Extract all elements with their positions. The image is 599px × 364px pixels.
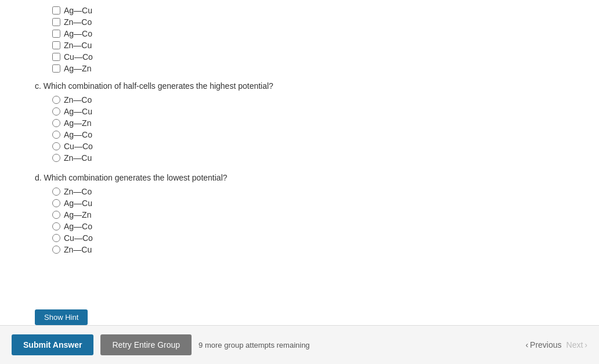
bottom-left: Submit Answer Retry Entire Group 9 more … <box>12 334 310 355</box>
qd-radio-cu-co[interactable] <box>52 234 60 242</box>
qc-label-zn-cu: Zn—Cu <box>64 153 92 163</box>
qd-radio-ag-zn[interactable] <box>52 211 60 219</box>
checkbox-item-ag-cu[interactable]: Ag—Cu <box>52 6 564 15</box>
qd-label-zn-co: Zn—Co <box>64 187 92 196</box>
qd-option-ag-cu[interactable]: Ag—Cu <box>52 199 564 208</box>
checkbox-ag-co[interactable] <box>52 30 60 38</box>
qc-option-ag-zn[interactable]: Ag—Zn <box>52 118 564 128</box>
qd-label-zn-cu: Zn—Cu <box>64 245 92 254</box>
checkbox-ag-cu-label: Ag—Cu <box>64 6 92 15</box>
qc-label-ag-cu: Ag—Cu <box>64 107 92 116</box>
previous-label: Previous <box>530 340 561 349</box>
submit-answer-button[interactable]: Submit Answer <box>12 334 93 355</box>
qc-option-cu-co[interactable]: Cu—Co <box>52 142 564 151</box>
checkbox-ag-zn-label: Ag—Zn <box>64 64 91 73</box>
qc-radio-ag-zn[interactable] <box>52 119 60 127</box>
checkbox-zn-cu[interactable] <box>52 41 60 49</box>
qc-label-cu-co: Cu—Co <box>64 142 93 151</box>
qd-label-cu-co: Cu—Co <box>64 233 93 243</box>
qd-radio-zn-cu[interactable] <box>52 246 60 254</box>
qc-radio-ag-co[interactable] <box>52 131 60 139</box>
qc-radio-ag-cu[interactable] <box>52 107 60 116</box>
qd-radio-ag-cu[interactable] <box>52 199 60 207</box>
qd-option-ag-co[interactable]: Ag—Co <box>52 222 564 231</box>
qc-radio-zn-cu[interactable] <box>52 154 60 162</box>
checkbox-zn-co[interactable] <box>52 18 60 26</box>
question-d-label: d. Which combination generates the lowes… <box>35 173 564 182</box>
qd-option-cu-co[interactable]: Cu—Co <box>52 233 564 243</box>
qc-label-ag-co: Ag—Co <box>64 130 92 139</box>
qd-radio-zn-co[interactable] <box>52 188 60 196</box>
qd-label-ag-cu: Ag—Cu <box>64 199 92 208</box>
checkbox-zn-cu-label: Zn—Cu <box>64 41 92 50</box>
checkbox-item-cu-co[interactable]: Cu—Co <box>52 52 564 62</box>
chevron-right-icon: › <box>584 340 587 349</box>
question-c-options: Zn—Co Ag—Cu Ag—Zn Ag—Co Cu—Co Zn—Cu <box>52 95 564 163</box>
checkbox-zn-co-label: Zn—Co <box>64 17 92 27</box>
question-c-section: c. Which combination of half-cells gener… <box>35 81 564 163</box>
checkbox-item-zn-cu[interactable]: Zn—Cu <box>52 41 564 50</box>
qd-option-ag-zn[interactable]: Ag—Zn <box>52 210 564 219</box>
next-label: Next <box>566 340 583 349</box>
checkbox-section: Ag—Cu Zn—Co Ag—Co Zn—Cu Cu—Co Ag—Zn <box>35 6 564 73</box>
checkbox-cu-co[interactable] <box>52 53 60 61</box>
qd-option-zn-co[interactable]: Zn—Co <box>52 187 564 196</box>
qc-option-zn-co[interactable]: Zn—Co <box>52 95 564 104</box>
qc-radio-zn-co[interactable] <box>52 96 60 104</box>
main-content: Ag—Cu Zn—Co Ag—Co Zn—Cu Cu—Co Ag—Zn <box>0 0 599 325</box>
chevron-left-icon: ‹ <box>525 340 528 349</box>
show-hint-button[interactable]: Show Hint <box>35 309 88 325</box>
bottom-bar: Submit Answer Retry Entire Group 9 more … <box>0 325 599 364</box>
checkbox-ag-cu[interactable] <box>52 6 60 15</box>
qc-radio-cu-co[interactable] <box>52 142 60 150</box>
checkbox-item-ag-co[interactable]: Ag—Co <box>52 29 564 38</box>
question-c-label: c. Which combination of half-cells gener… <box>35 81 564 91</box>
qc-option-zn-cu[interactable]: Zn—Cu <box>52 153 564 163</box>
qd-radio-ag-co[interactable] <box>52 222 60 230</box>
qd-label-ag-zn: Ag—Zn <box>64 210 91 219</box>
previous-button[interactable]: ‹ Previous <box>525 340 561 349</box>
qc-label-ag-zn: Ag—Zn <box>64 118 91 128</box>
question-d-options: Zn—Co Ag—Cu Ag—Zn Ag—Co Cu—Co Zn—Cu <box>52 187 564 254</box>
checkbox-ag-zn[interactable] <box>52 64 60 73</box>
checkbox-item-ag-zn[interactable]: Ag—Zn <box>52 64 564 73</box>
checkbox-cu-co-label: Cu—Co <box>64 52 93 62</box>
checkbox-options-list: Ag—Cu Zn—Co Ag—Co Zn—Cu Cu—Co Ag—Zn <box>52 6 564 73</box>
qc-option-ag-cu[interactable]: Ag—Cu <box>52 107 564 116</box>
checkbox-item-zn-co[interactable]: Zn—Co <box>52 17 564 27</box>
show-hint-bar: Show Hint <box>35 309 88 325</box>
qd-option-zn-cu[interactable]: Zn—Cu <box>52 245 564 254</box>
next-button[interactable]: Next › <box>566 340 587 349</box>
question-d-section: d. Which combination generates the lowes… <box>35 173 564 254</box>
attempts-remaining-text: 9 more group attempts remaining <box>199 341 309 349</box>
qd-label-ag-co: Ag—Co <box>64 222 92 231</box>
retry-entire-group-button[interactable]: Retry Entire Group <box>100 334 192 355</box>
qc-option-ag-co[interactable]: Ag—Co <box>52 130 564 139</box>
checkbox-ag-co-label: Ag—Co <box>64 29 92 38</box>
qc-label-zn-co: Zn—Co <box>64 95 92 104</box>
bottom-right: ‹ Previous Next › <box>525 340 587 349</box>
